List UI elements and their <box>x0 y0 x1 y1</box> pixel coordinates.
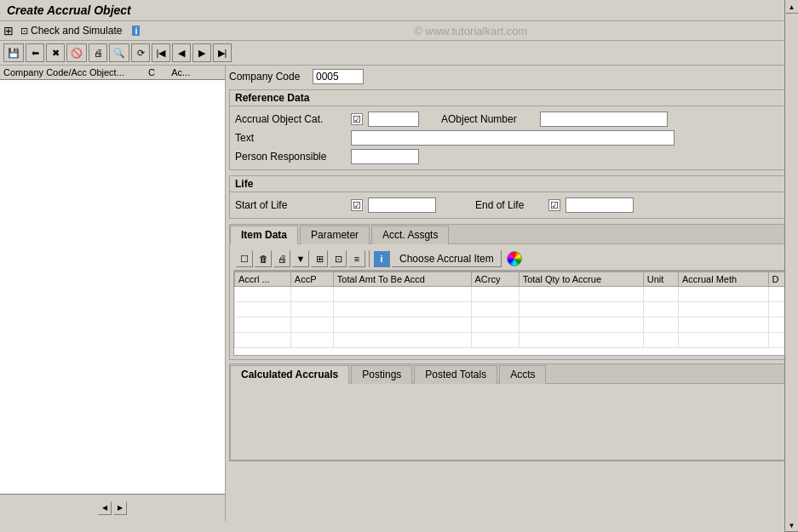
text-input[interactable] <box>351 130 675 146</box>
col-total-qty: Total Qty to Accrue <box>519 272 643 287</box>
life-content: Start of Life ☑ End of Life ☑ <box>230 192 794 218</box>
print-item-button[interactable]: 🖨 <box>273 250 290 267</box>
right-panel: Company Code Reference Data Accrual Obje… <box>226 66 798 521</box>
choose-accrual-button[interactable]: Choose Accrual Item <box>392 250 502 267</box>
info-icon: i <box>132 26 140 36</box>
title-bar: Create Accrual Object <box>0 0 798 21</box>
last-page-button[interactable]: ▶| <box>213 43 232 62</box>
cell-unit <box>643 287 678 302</box>
grid-button[interactable]: ≡ <box>348 250 365 267</box>
cancel-button[interactable]: 🚫 <box>66 43 87 62</box>
scroll-right-btn[interactable]: ▶ <box>113 501 127 515</box>
cell-accrual-meth-3 <box>678 317 768 333</box>
aobject-number-input[interactable] <box>540 112 668 127</box>
color-wheel-icon[interactable] <box>507 251 522 266</box>
save-button[interactable]: 💾 <box>3 43 24 62</box>
tab-calculated-accruals[interactable]: Calculated Accruals <box>230 365 349 384</box>
toolbar: 💾 ⬅ ✖ 🚫 🖨 🔍 ⟳ |◀ ◀ ▶ ▶| <box>0 41 798 66</box>
tab-postings[interactable]: Postings <box>351 365 412 384</box>
separator-1 <box>369 250 370 267</box>
col-accp: AccP <box>290 272 333 287</box>
info-item-button[interactable]: i <box>373 250 390 267</box>
choose-accrual-label: Choose Accrual Item <box>399 253 494 265</box>
item-data-table: Accrl ... AccP Total Amt To Be Accd ACrc… <box>234 272 789 348</box>
accrual-object-cat-row: Accrual Object Cat. ☑ AObject Number <box>235 112 789 127</box>
print-button[interactable]: 🖨 <box>89 43 107 62</box>
cell-accrl-2 <box>235 302 291 317</box>
person-responsible-input[interactable] <box>351 149 419 164</box>
company-code-input[interactable] <box>313 69 364 84</box>
text-label: Text <box>235 132 346 144</box>
check-simulate-menu[interactable]: ⊡ Check and Simulate <box>17 23 125 38</box>
cell-unit-4 <box>643 333 678 348</box>
back-button[interactable]: ⬅ <box>26 43 44 62</box>
bottom-tab-header: Calculated Accruals Postings Posted Tota… <box>230 364 794 384</box>
cell-total-qty-2 <box>519 302 643 317</box>
info-button[interactable]: i <box>129 24 143 37</box>
filter-button[interactable]: ▼ <box>292 250 309 267</box>
cell-accrl-4 <box>235 333 291 348</box>
cell-accp-3 <box>290 317 333 333</box>
cell-total-amt <box>333 287 471 302</box>
page-title: Create Accrual Object <box>7 3 131 17</box>
table-header-row: Accrl ... AccP Total Amt To Be Accd ACrc… <box>235 272 789 287</box>
company-code-label: Company Code <box>229 71 306 83</box>
exit-button[interactable]: ✖ <box>46 43 65 62</box>
check-simulate-label: Check and Simulate <box>31 25 122 37</box>
start-of-life-input[interactable] <box>368 197 436 213</box>
col-acrcy: ACrcy <box>471 272 519 287</box>
person-responsible-row: Person Responsible <box>235 149 789 164</box>
life-section: Life Start of Life ☑ End of Life ☑ <box>229 175 795 219</box>
aobject-number-label: AObject Number <box>441 113 535 125</box>
accrual-object-cat-checkbox[interactable]: ☑ <box>351 113 363 125</box>
find-button[interactable]: 🔍 <box>109 43 129 62</box>
table-body <box>235 287 789 348</box>
col-total-amt: Total Amt To Be Accd <box>333 272 471 287</box>
first-page-button[interactable]: |◀ <box>152 43 170 62</box>
tab-posted-totals[interactable]: Posted Totals <box>414 365 497 384</box>
cell-accrual-meth-4 <box>678 333 768 348</box>
menu-bar: ⊞ ⊡ Check and Simulate i © www.tutorialk… <box>0 21 798 41</box>
tab-accts[interactable]: Accts <box>499 365 546 384</box>
company-code-row: Company Code <box>229 69 795 84</box>
start-of-life-label: Start of Life <box>235 199 346 211</box>
tab-parameter[interactable]: Parameter <box>300 226 370 244</box>
left-bottom-scroll: ◀ ▶ <box>0 494 225 521</box>
scroll-left-btn[interactable]: ◀ <box>98 501 112 515</box>
next-page-button[interactable]: ▶ <box>192 43 211 62</box>
life-dates-row: Start of Life ☑ End of Life ☑ <box>235 197 789 213</box>
start-of-life-checkbox[interactable]: ☑ <box>351 199 363 211</box>
cell-accp-4 <box>290 333 333 348</box>
life-title: Life <box>230 176 794 192</box>
cell-total-qty-3 <box>519 317 643 333</box>
bottom-tab-content <box>230 384 794 460</box>
tab-acct-assgts[interactable]: Acct. Assgts <box>371 226 449 244</box>
menu-icon: ⊞ <box>3 24 14 37</box>
prev-page-button[interactable]: ◀ <box>172 43 191 62</box>
cell-total-qty <box>519 287 643 302</box>
accrual-object-cat-input[interactable] <box>368 112 419 127</box>
table-row <box>235 333 789 348</box>
cell-unit-2 <box>643 302 678 317</box>
cell-acrcy-4 <box>471 333 519 348</box>
cell-acrcy-3 <box>471 317 519 333</box>
end-of-life-input[interactable] <box>565 197 634 213</box>
table-row <box>235 317 789 333</box>
end-of-life-checkbox[interactable]: ☑ <box>548 199 560 211</box>
column-settings-button[interactable]: ⊞ <box>311 250 328 267</box>
find-next-button[interactable]: ⟳ <box>131 43 150 62</box>
col-ac: Ac... <box>171 67 221 77</box>
delete-row-button[interactable]: 🗑 <box>255 250 272 267</box>
col-c: C <box>148 67 169 77</box>
cell-total-amt-4 <box>333 333 471 348</box>
cell-accrual-meth-2 <box>678 302 768 317</box>
bottom-tabs-container: Calculated Accruals Postings Posted Tota… <box>229 363 795 461</box>
cell-acrcy-2 <box>471 302 519 317</box>
cell-accrl-3 <box>235 317 291 333</box>
new-row-button[interactable]: ☐ <box>236 250 253 267</box>
tab-item-data[interactable]: Item Data <box>230 226 298 244</box>
reference-data-title: Reference Data <box>230 90 794 106</box>
col-unit: Unit <box>643 272 678 287</box>
cell-total-amt-3 <box>333 317 471 333</box>
expand-button[interactable]: ⊡ <box>330 250 347 267</box>
